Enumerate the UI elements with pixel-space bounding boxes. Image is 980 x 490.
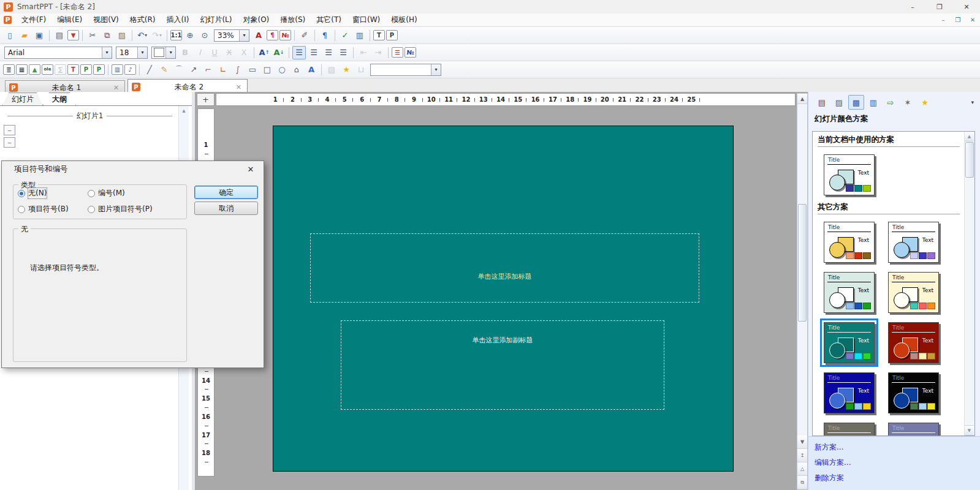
menu-view[interactable]: 视图(V): [88, 15, 124, 25]
menu-format[interactable]: 格式(R): [124, 15, 161, 25]
new-scheme-link[interactable]: 新方案...: [815, 442, 980, 453]
font-size-dropdown-icon[interactable]: ▾: [137, 47, 147, 58]
italic-button[interactable]: I: [193, 46, 207, 59]
freehand-tool[interactable]: ✎: [158, 63, 171, 77]
maximize-button[interactable]: ❐: [926, 0, 953, 13]
animation-schemes-button[interactable]: ✶: [900, 95, 916, 110]
menu-insert[interactable]: 插入(I): [161, 15, 195, 25]
previous-slide-button[interactable]: △: [797, 462, 807, 476]
scroll-up-icon[interactable]: ▲: [797, 94, 807, 104]
rectangle-tool[interactable]: ▭: [246, 63, 259, 77]
border-style-dropdown-icon[interactable]: ▾: [165, 47, 175, 58]
scroll-up-icon[interactable]: ▲: [965, 132, 974, 141]
insert-audio-button[interactable]: ♪: [124, 64, 136, 75]
bullet-list-button[interactable]: ☰: [392, 47, 403, 58]
scheme-teal[interactable]: Title Text: [820, 318, 878, 367]
open-folder-button[interactable]: ▰: [18, 29, 31, 42]
title-placeholder[interactable]: 单击这里添加标题: [310, 233, 699, 303]
slide-design-button[interactable]: ▨: [831, 95, 847, 110]
menu-others[interactable]: 其它(T): [311, 15, 347, 25]
scroll-down-icon[interactable]: ▼: [965, 425, 974, 435]
copy-button[interactable]: ⧉: [101, 29, 114, 42]
cancel-button[interactable]: 取消: [194, 202, 258, 215]
menu-window[interactable]: 窗口(W): [347, 15, 386, 25]
save-button[interactable]: ▣: [32, 29, 46, 42]
slide-canvas[interactable]: 单击这里添加标题 单击这里添加副标题: [273, 126, 734, 472]
decrease-indent-button[interactable]: ⇤: [357, 46, 370, 59]
scheme-black[interactable]: Title Text: [884, 369, 943, 417]
close-button[interactable]: ✕: [953, 0, 980, 13]
redo-button[interactable]: ↷: [150, 29, 164, 42]
curve-tool[interactable]: ⌒: [172, 63, 186, 77]
go-to-top-button[interactable]: ↥: [797, 449, 807, 462]
next-slide-button[interactable]: ⧉: [797, 476, 807, 489]
radio-icon[interactable]: [88, 190, 95, 197]
connector-tool[interactable]: ⌐: [202, 63, 215, 77]
zoom-actual-button[interactable]: 1:1: [170, 30, 182, 40]
close-tab-icon[interactable]: ✕: [112, 84, 121, 92]
scheme-cream[interactable]: Title Text: [884, 268, 943, 317]
scroll-down-icon[interactable]: ▼: [797, 435, 807, 449]
scheme-gray[interactable]: Title Text: [820, 419, 878, 436]
line-tool[interactable]: ╱: [143, 63, 156, 77]
menu-object[interactable]: 对象(O): [237, 15, 275, 25]
align-left-button[interactable]: ☰: [292, 46, 306, 59]
tab-outline[interactable]: 大纲: [43, 92, 76, 105]
mdi-minimize-button[interactable]: –: [936, 15, 951, 25]
scrollbar-thumb[interactable]: [965, 142, 974, 178]
outline-slide-title[interactable]: 幻灯片1: [4, 111, 176, 121]
outline-collapse-toggle[interactable]: −: [4, 125, 15, 135]
insert-ole-object-button[interactable]: ole: [42, 64, 53, 75]
insert-placeholder-alt-button[interactable]: P: [93, 64, 105, 75]
paste-button[interactable]: ▨: [115, 29, 129, 42]
bullets-numbering-button[interactable]: №: [279, 30, 291, 40]
scroll-up-icon[interactable]: ▲: [179, 106, 189, 116]
scheme-mint[interactable]: Title Text: [820, 268, 878, 317]
strikethrough-button[interactable]: X: [222, 46, 236, 59]
pilcrow-toggle-button[interactable]: ¶: [318, 29, 332, 42]
font-name-dropdown-icon[interactable]: ▾: [102, 47, 112, 58]
radio-icon[interactable]: [18, 190, 25, 197]
scheme-current[interactable]: Title Text: [820, 151, 878, 199]
polygon-tool[interactable]: ⌂: [290, 63, 303, 77]
close-tab-icon[interactable]: ✕: [234, 83, 243, 91]
placeholder-object-button[interactable]: P: [386, 30, 398, 40]
mdi-restore-button[interactable]: ❐: [951, 15, 965, 25]
border-style-dropdown[interactable]: ▾: [151, 47, 176, 59]
tab-slides[interactable]: 幻灯片: [2, 92, 43, 105]
format-painter-button[interactable]: ✐: [298, 29, 311, 42]
dialog-title-bar[interactable]: 项目符号和编号 ✕: [2, 161, 264, 177]
subtitle-placeholder[interactable]: 单击这里添加副标题: [341, 320, 664, 410]
insert-video-button[interactable]: ▥: [112, 64, 123, 75]
radio-bullet[interactable]: 项目符号(B): [18, 204, 69, 214]
font-size-combo[interactable]: 18 ▾: [116, 47, 148, 59]
insert-text-frame-button[interactable]: ≣: [3, 64, 15, 75]
bold-button[interactable]: B: [178, 46, 192, 59]
insert-table-button[interactable]: ▦: [16, 64, 28, 75]
spell-check-button[interactable]: ✓: [338, 29, 352, 42]
scheme-yellow[interactable]: Title Text: [820, 218, 878, 266]
numbered-list-button[interactable]: №: [405, 47, 416, 58]
radio-none[interactable]: 无(N): [18, 188, 47, 198]
scheme-slate[interactable]: Title Text: [884, 419, 943, 436]
radio-icon[interactable]: [18, 206, 25, 213]
insert-image-button[interactable]: ▲: [29, 64, 40, 75]
color-schemes-button[interactable]: ▩: [848, 95, 864, 110]
insert-title-frame-button[interactable]: T: [67, 64, 79, 75]
outline-collapse-toggle[interactable]: −: [4, 137, 15, 148]
scheme-list-scrollbar[interactable]: ▲ ▼: [964, 132, 974, 435]
font-name-combo[interactable]: Arial ▾: [4, 47, 112, 59]
radio-icon[interactable]: [88, 206, 95, 213]
minimize-button[interactable]: –: [899, 0, 926, 13]
scheme-light-blue[interactable]: Title Text: [884, 218, 943, 266]
scheme-edit-button[interactable]: ▥: [865, 95, 881, 110]
insert-formula-button[interactable]: ∑: [55, 64, 66, 75]
wordart-tool[interactable]: A: [305, 63, 318, 77]
dialog-close-icon[interactable]: ✕: [241, 165, 260, 174]
title-object-button[interactable]: T: [373, 30, 385, 40]
slide-layout-button[interactable]: ▤: [814, 95, 830, 110]
scrollbar-thumb[interactable]: [798, 204, 807, 322]
export-pdf-button[interactable]: ▼: [67, 30, 79, 40]
zoom-in-button[interactable]: ⊕: [183, 29, 197, 42]
align-center-button[interactable]: ☰: [322, 46, 335, 59]
